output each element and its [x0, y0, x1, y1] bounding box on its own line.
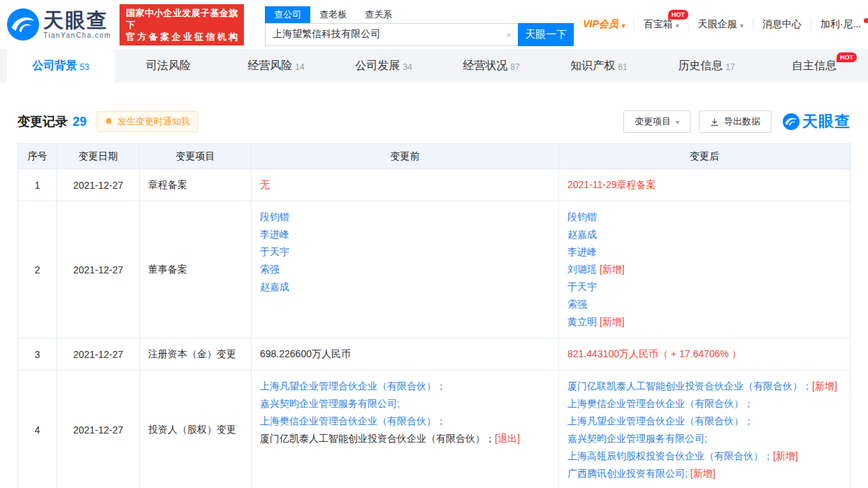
entity-link[interactable]: 上海凡望企业管理合伙企业（有限合伙）； [260, 380, 446, 392]
entity-link[interactable]: 李进峰 [567, 246, 597, 257]
entity-link[interactable]: 上海凡望企业管理合伙企业（有限合伙）； [567, 415, 753, 426]
entity-link[interactable]: 上海高瓴辰钧股权投资合伙企业（有限合伙）； [567, 450, 773, 461]
entity-link[interactable]: 索强 [260, 264, 280, 275]
menu-item-label: 百宝箱 [644, 18, 673, 31]
entity-link[interactable]: 赵嘉成 [260, 281, 289, 292]
hot-badge: HOT [837, 52, 857, 62]
clear-icon[interactable]: × [498, 29, 519, 41]
filter-label: 变更项目 [635, 115, 671, 128]
cell-change-item: 董事备案 [140, 201, 252, 338]
watermark-logo: 天眼查 [783, 111, 851, 132]
entity-link[interactable]: 上海樊信企业管理合伙企业（有限合伙）； [260, 415, 446, 426]
main-tab-3[interactable]: 经营风险14 [222, 49, 330, 82]
cell-line: 厦门亿联凯泰人工智能创业投资合伙企业（有限合伙）；[新增] [567, 378, 841, 395]
notify-on-change-button[interactable]: 发生变更时通知我 [96, 111, 198, 132]
cell-change-date: 2021-12-27 [57, 371, 140, 488]
change-highlight: [新增] [773, 450, 798, 461]
logo-text: 天眼查 [43, 10, 111, 31]
entity-link[interactable]: 于天宇 [260, 246, 289, 257]
table-row: 22021-12-27董事备案段钧锴李进峰于天宇索强赵嘉成段钧锴赵嘉成李进峰刘璐… [18, 201, 851, 338]
header-menu-item-2[interactable]: 百宝箱▾HOT [634, 18, 688, 31]
cell-line: 上海樊信企业管理合伙企业（有限合伙）； [260, 412, 550, 430]
main-content: 变更记录 29 发生变更时通知我 变更项目 ▾ 导出数据 [0, 110, 868, 488]
search-input[interactable] [266, 24, 498, 45]
cell-line: 段钧锴 [260, 208, 550, 226]
menu-item-label: 消息中心 [762, 18, 802, 31]
tianyancha-logo-icon [7, 8, 39, 41]
header-menu-item-4[interactable]: 消息中心 [753, 18, 811, 31]
cell-change-item: 投资人（股权）变更 [140, 371, 252, 488]
top-header: 天眼查 TianYanCha.com 国家中小企业发展子基金旗下 官方备案企业征… [0, 0, 868, 49]
search-box: × 天眼一下 [265, 23, 574, 46]
cell-after: 厦门亿联凯泰人工智能创业投资合伙企业（有限合伙）；[新增]上海樊信企业管理合伙企… [559, 371, 851, 488]
table-row: 42021-12-27投资人（股权）变更上海凡望企业管理合伙企业（有限合伙）；嘉… [18, 371, 851, 488]
cell-change-item: 注册资本（金）变更 [140, 338, 252, 371]
cell-before: 段钧锴李进峰于天宇索强赵嘉成 [252, 201, 559, 338]
main-tab-8[interactable]: 自主信息HOT [760, 49, 868, 82]
main-tab-label: 经营风险 [247, 59, 292, 73]
entity-link[interactable]: 李进峰 [260, 229, 289, 240]
header-menu-item-1[interactable]: VIP会员▾ [574, 18, 634, 31]
cell-line: 无 [260, 176, 550, 194]
cell-line: 于天宇 [567, 278, 841, 296]
main-tab-6[interactable]: 知识产权61 [545, 49, 653, 82]
main-tab-label: 司法风险 [146, 59, 191, 73]
search-tab-2[interactable]: 查老板 [310, 6, 356, 23]
entity-link[interactable]: 上海樊信企业管理合伙企业（有限合伙）； [567, 398, 753, 409]
menu-item-label: VIP会员 [583, 18, 619, 31]
main-tab-2[interactable]: 司法风险 [115, 49, 222, 82]
company-section-tabs: 公司背景53司法风险经营风险14公司发展34经营状况87知识产权61历史信息17… [0, 49, 868, 82]
header-menu-item-3[interactable]: 天眼企服▾ [688, 18, 753, 31]
logo-domain: TianYanCha.com [43, 31, 111, 39]
entity-link[interactable]: 索强 [567, 299, 587, 310]
main-tab-1[interactable]: 公司背景53 [7, 49, 115, 82]
cell-line: 嘉兴契昀企业管理服务有限公司; [567, 430, 841, 447]
search-tab-1[interactable]: 查公司 [265, 6, 310, 23]
main-tab-4[interactable]: 公司发展34 [330, 49, 437, 82]
main-tab-label: 公司背景 [32, 59, 77, 73]
main-tab-count: 53 [80, 62, 89, 72]
change-records-table: 序号变更日期变更项目变更前变更后 12021-12-27章程备案无2021-11… [17, 143, 851, 488]
bell-icon [104, 117, 113, 127]
change-highlight: [新增] [812, 380, 837, 392]
entity-link[interactable]: 段钧锴 [260, 211, 289, 222]
hot-badge: HOT [668, 10, 688, 20]
cell-line: 于天宇 [260, 243, 550, 261]
cell-before: 上海凡望企业管理合伙企业（有限合伙）；嘉兴契昀企业管理服务有限公司;上海樊信企业… [252, 371, 559, 488]
main-tab-count: 14 [295, 62, 304, 72]
notification-dot [864, 18, 868, 23]
entity-link[interactable]: 嘉兴契昀企业管理服务有限公司; [260, 398, 400, 409]
cell-line: 上海高瓴辰钧股权投资合伙企业（有限合伙）；[新增] [567, 447, 841, 465]
entity-link[interactable]: 刘璐瑶 [567, 264, 597, 275]
entity-link[interactable]: 于天宇 [567, 281, 597, 292]
main-tab-7[interactable]: 历史信息17 [653, 49, 760, 82]
change-item-filter-dropdown[interactable]: 变更项目 ▾ [623, 110, 690, 133]
entity-link[interactable]: 广西腾讯创业投资有限公司; [567, 468, 690, 479]
cell-line: 索强 [260, 261, 550, 278]
entity-link[interactable]: 厦门亿联凯泰人工智能创业投资合伙企业（有限合伙）； [567, 380, 812, 392]
export-label: 导出数据 [724, 115, 760, 128]
header-menu-item-5[interactable]: 加利·尼... [811, 18, 868, 31]
entity-link[interactable]: 嘉兴契昀企业管理服务有限公司; [567, 433, 707, 444]
cell-line: 698.226600万人民币 [260, 345, 550, 363]
cell-change-date: 2021-12-27 [57, 338, 140, 371]
cell-after: 821.443100万人民币（ + 17.64706% ） [559, 338, 851, 371]
main-tab-count: 87 [510, 62, 519, 72]
entity-link[interactable]: 黄立明 [567, 316, 597, 327]
cell-line: 段钧锴 [567, 208, 841, 226]
cell-index: 3 [18, 338, 57, 371]
export-data-button[interactable]: 导出数据 [699, 110, 772, 133]
menu-item-label: 天眼企服 [698, 18, 737, 31]
entity-link[interactable]: 段钧锴 [567, 211, 597, 222]
search-tab-3[interactable]: 查关系 [356, 6, 401, 23]
entity-link[interactable]: 赵嘉成 [567, 229, 597, 240]
tianyancha-logo[interactable]: 天眼查 TianYanCha.com [7, 8, 111, 41]
notify-button-label: 发生变更时通知我 [117, 115, 190, 128]
cell-before: 无 [252, 169, 559, 201]
main-tab-5[interactable]: 经营状况87 [437, 49, 545, 82]
main-tab-label: 自主信息 [792, 59, 837, 73]
search-tabs: 查公司查老板查关系 [265, 6, 574, 23]
main-tab-label: 历史信息 [678, 59, 723, 73]
section-header: 变更记录 29 发生变更时通知我 变更项目 ▾ 导出数据 [17, 110, 851, 133]
search-button[interactable]: 天眼一下 [518, 23, 574, 46]
